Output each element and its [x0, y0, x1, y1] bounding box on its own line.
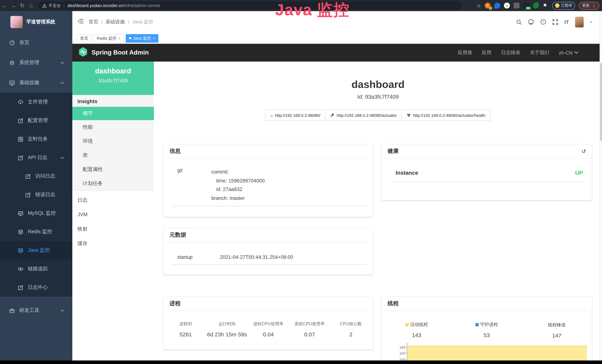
paused-label: 已暂停	[561, 3, 572, 8]
sba-item-environment[interactable]: 环境	[72, 134, 154, 148]
sba-item-details[interactable]: 细节	[72, 107, 154, 120]
switch-extension-icon[interactable]: on	[523, 3, 529, 9]
caret-down-icon[interactable]: ▾	[590, 20, 592, 24]
actuator-url-button[interactable]: http://192.168.0.2:48080/actuator	[325, 109, 402, 121]
browser-reload-icon[interactable]: ↻	[18, 0, 27, 11]
sidebar-item-scheduled-jobs[interactable]: 定时任务	[0, 130, 72, 148]
font-size-icon[interactable]: tT	[564, 19, 569, 25]
breadcrumb-separator: /	[128, 19, 129, 25]
instance-header[interactable]: dashboard 93a3fc7f7409	[72, 62, 154, 95]
pin-extension-icon[interactable]	[494, 3, 500, 9]
sidebar-item-mysql-monitor[interactable]: MySQL 监控	[0, 204, 72, 223]
y-extension-icon[interactable]: y	[504, 3, 510, 9]
tag-tabs-bar: 首页 Redis 监控 × Java 监控 ×	[72, 33, 602, 44]
separator: |	[64, 3, 64, 8]
extension-badge: 1	[489, 7, 492, 10]
grid-extension-icon[interactable]	[514, 3, 519, 9]
sidebar-item-access-log[interactable]: 访问日志	[0, 167, 72, 185]
stat-label: 活动线程	[410, 321, 428, 328]
sba-item-classes[interactable]: 类	[72, 148, 154, 162]
breadcrumb-home[interactable]: 首页	[89, 19, 98, 25]
security-label[interactable]: 不安全	[49, 3, 61, 8]
sba-item-logs[interactable]: 日志	[72, 193, 154, 207]
paused-profile-chip[interactable]: 已暂停	[552, 2, 575, 10]
browser-update-button[interactable]: 更新 ⋮	[579, 2, 599, 10]
scrollbar[interactable]	[600, 11, 602, 361]
browser-back-icon[interactable]: ←	[0, 0, 9, 11]
heart-pulse-icon	[407, 113, 411, 117]
sba-item-mappings[interactable]: 映射	[72, 222, 154, 236]
sidebar-item-file-manage[interactable]: 文件管理	[0, 93, 72, 111]
tab-close-icon[interactable]: ×	[153, 36, 155, 40]
github-icon[interactable]	[528, 19, 534, 25]
collapse-sidebar-icon[interactable]	[77, 18, 83, 26]
bookmark-star-icon[interactable]: ☆	[477, 3, 481, 8]
dashboard-icon	[9, 40, 15, 45]
git-time-line: time: 1596289704000	[211, 176, 265, 185]
breadcrumb-infra[interactable]: 基础设施	[106, 19, 125, 25]
sba-item-config-props[interactable]: 配置属性	[72, 162, 154, 177]
fullscreen-icon[interactable]	[552, 19, 558, 25]
extension-icon[interactable]: C1	[485, 3, 491, 9]
gear-icon	[9, 60, 15, 65]
sba-item-metrics[interactable]: 性能	[72, 120, 154, 134]
tab-home[interactable]: 首页	[77, 34, 92, 43]
search-icon[interactable]	[516, 19, 522, 25]
sidebar-item-log-center[interactable]: 日志中心	[0, 278, 72, 297]
help-icon[interactable]: ?	[540, 19, 546, 25]
legend-swatch-yellow	[405, 323, 409, 326]
briefcase-icon	[9, 308, 15, 313]
active-dot	[129, 37, 131, 39]
sba-item-jvm[interactable]: JVM	[72, 207, 154, 222]
sidebar-item-label: 基础设施	[19, 79, 39, 86]
metadata-body: startup 2021-04-27T00:44:31.254+08:00	[163, 242, 373, 260]
job-clock-icon	[18, 136, 23, 142]
app-title: 芋道管理系统	[26, 19, 55, 25]
sidebar-item-infra[interactable]: 基础设施	[0, 73, 72, 93]
stat-value: 143	[382, 332, 452, 338]
layers-icon	[18, 229, 23, 235]
monitor-icon	[18, 247, 23, 253]
history-icon[interactable]: ↺	[582, 148, 586, 154]
process-uptime: 运行时间 6d 23h 15m 59s	[206, 321, 248, 337]
kebab-menu-icon[interactable]: ⋮	[592, 3, 596, 8]
sba-nav-wallboard[interactable]: 应用墙	[458, 49, 472, 56]
app-logo-row[interactable]: 芋道管理系统	[0, 11, 72, 33]
browser-forward-icon[interactable]: →	[9, 0, 18, 11]
sidebar-item-label: 文件管理	[28, 99, 48, 105]
sidebar-item-error-log[interactable]: 错误日志	[0, 185, 72, 204]
user-avatar[interactable]	[575, 17, 584, 27]
puzzle-extension-icon[interactable]	[542, 3, 548, 9]
sidebar-item-redis-monitor[interactable]: Redis 监控	[0, 223, 72, 241]
sba-brand[interactable]: Spring Boot Admin	[92, 49, 149, 56]
insights-section: Insights 细节 性能 环境 类 配置属性 计划任务	[72, 95, 154, 191]
sidebar-item-config-manage[interactable]: 配置管理	[0, 111, 72, 130]
url-path[interactable]: /infra/admin-server	[123, 3, 160, 8]
sba-nav-applications[interactable]: 应用	[482, 49, 491, 56]
browser-home-icon[interactable]: ⌂	[27, 0, 36, 11]
sidebar-item-dev-tools[interactable]: 研发工具	[0, 300, 72, 321]
sba-nav-about[interactable]: 关于我们	[530, 49, 549, 56]
tab-redis-monitor[interactable]: Redis 监控 ×	[93, 34, 124, 43]
url-host[interactable]: dashboard.yudao.iocoder.cn	[67, 3, 123, 8]
sidebar-item-label: 访问日志	[35, 173, 55, 180]
sba-item-scheduled-tasks[interactable]: 计划任务	[72, 177, 154, 191]
sidebar-item-api-log[interactable]: API 日志	[0, 148, 72, 167]
stat-label: 运行时间	[206, 321, 248, 327]
sba-logo-icon[interactable]	[78, 47, 88, 59]
sidebar-item-system[interactable]: 系统管理	[0, 53, 72, 73]
leaf-extension-icon[interactable]	[533, 3, 539, 9]
sba-item-caches[interactable]: 缓存	[72, 236, 154, 251]
sidebar-item-java-monitor[interactable]: Java 监控	[0, 241, 72, 260]
health-url-button[interactable]: http://192.168.0.2:48080/actuator/health	[402, 109, 491, 121]
sba-nav-journal[interactable]: 日志报表	[501, 49, 520, 56]
address-bar[interactable]: 不安全 | dashboard.yudao.iocoder.cn/infra/a…	[38, 1, 462, 10]
tab-close-icon[interactable]: ×	[118, 36, 120, 40]
sidebar-item-home[interactable]: 首页	[0, 33, 72, 53]
card-title: 进程	[170, 300, 181, 307]
sidebar-item-tracing[interactable]: 链路追踪	[0, 260, 72, 278]
service-url-button[interactable]: ⌂ http://192.168.0.2:48080/	[265, 109, 326, 121]
tab-java-monitor[interactable]: Java 监控 ×	[126, 34, 158, 43]
sba-locale-select[interactable]: zh-CN	[559, 50, 579, 55]
scrollbar-thumb[interactable]	[600, 63, 602, 141]
